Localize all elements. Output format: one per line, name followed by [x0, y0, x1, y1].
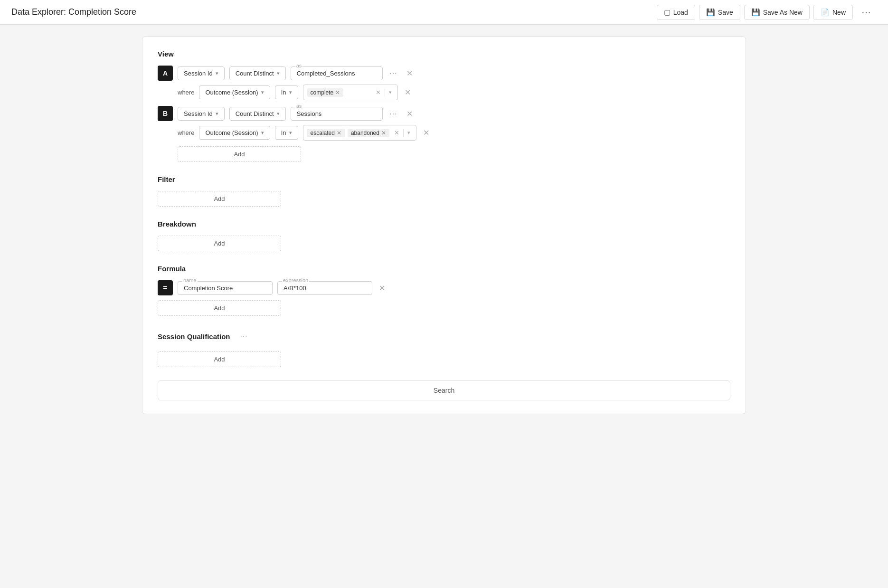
explorer-card: View A Session Id ▾ Count Distinct ▾ as [142, 36, 746, 414]
session-qual-header: Session Qualification ⋯ [158, 329, 730, 344]
load-label: Load [673, 9, 688, 16]
search-label: Search [434, 387, 454, 394]
metric-a-field-chevron: ▾ [216, 70, 218, 76]
metric-a-group: A Session Id ▾ Count Distinct ▾ as ⋯ ✕ [158, 66, 730, 100]
search-bar[interactable]: Search [158, 380, 730, 400]
metric-b-tag-escalated: escalated ✕ [307, 129, 345, 137]
formula-name-wrap: name [178, 281, 273, 295]
filter-section-label: Filter [158, 175, 730, 183]
new-button[interactable]: 📄 New [813, 5, 853, 20]
save-label: Save [718, 9, 733, 16]
metric-b-where-op-label: In [281, 129, 286, 136]
metric-b-agg-select[interactable]: Count Distinct ▾ [229, 107, 286, 121]
formula-section: Formula = name expression ✕ Add [158, 265, 730, 316]
formula-name-input[interactable] [178, 281, 273, 295]
metric-b-where-op-chevron: ▾ [289, 130, 292, 136]
metric-a-where-op-select[interactable]: In ▾ [275, 85, 298, 99]
metric-a-row: A Session Id ▾ Count Distinct ▾ as ⋯ ✕ [158, 66, 730, 81]
metric-b-where-op-select[interactable]: In ▾ [275, 126, 298, 140]
filter-section: Filter Add [158, 175, 730, 207]
metric-a-agg-label: Count Distinct [236, 70, 274, 77]
breakdown-add-button[interactable]: Add [158, 236, 281, 251]
save-as-new-icon: 💾 [751, 8, 760, 17]
breakdown-add-label: Add [214, 240, 225, 247]
formula-add-button[interactable]: Add [158, 300, 281, 316]
breakdown-section-label: Breakdown [158, 220, 730, 228]
metric-b-row: B Session Id ▾ Count Distinct ▾ as ⋯ ✕ [158, 106, 730, 121]
metric-b-tags-chevron[interactable]: ▾ [406, 128, 412, 138]
save-icon: 💾 [706, 8, 715, 17]
formula-add-label: Add [214, 304, 225, 312]
metric-a-where-field-chevron: ▾ [261, 89, 264, 95]
top-bar: Data Explorer: Completion Score ▢ Load 💾… [0, 0, 888, 25]
metric-b-tag-abandoned: abandoned ✕ [348, 129, 389, 137]
metric-a-where-field-select[interactable]: Outcome (Session) ▾ [199, 85, 270, 99]
view-section-label: View [158, 50, 730, 58]
metric-a-tag-complete: complete ✕ [307, 88, 344, 97]
metric-a-field-label: Session Id [184, 70, 213, 77]
metric-a-as-label: as [295, 63, 303, 68]
metric-a-where-field-label: Outcome (Session) [205, 89, 258, 96]
main-content: View A Session Id ▾ Count Distinct ▾ as [131, 25, 757, 426]
metric-b-tag-escalated-remove[interactable]: ✕ [337, 130, 341, 136]
formula-name-label: name [182, 277, 198, 283]
breakdown-section: Breakdown Add [158, 220, 730, 251]
formula-expr-label: expression [282, 277, 309, 283]
metric-b-as-label: as [295, 103, 303, 109]
metric-b-as-wrap: as [291, 107, 383, 121]
session-qual-add-button[interactable]: Add [158, 351, 281, 367]
save-button[interactable]: 💾 Save [699, 5, 740, 20]
new-icon: 📄 [821, 8, 830, 17]
metric-b-where-field-select[interactable]: Outcome (Session) ▾ [199, 126, 270, 140]
view-add-label: Add [234, 151, 245, 158]
metric-a-where-op-chevron: ▾ [289, 89, 292, 95]
metric-a-where-row: where Outcome (Session) ▾ In ▾ complete … [178, 85, 730, 100]
load-button[interactable]: ▢ Load [657, 5, 695, 20]
metric-a-more-button[interactable]: ⋯ [387, 67, 400, 80]
metric-a-as-input[interactable] [291, 66, 383, 80]
top-bar-actions: ▢ Load 💾 Save 💾 Save As New 📄 New ⋯ [657, 4, 877, 21]
session-qualification-section: Session Qualification ⋯ Add [158, 329, 730, 367]
metric-b-field-chevron: ▾ [216, 111, 218, 117]
save-as-new-label: Save As New [763, 9, 803, 16]
metric-b-tags-clear[interactable]: ✕ [392, 127, 401, 138]
metric-b-where-field-chevron: ▾ [261, 130, 264, 136]
metric-b-badge: B [158, 106, 173, 121]
save-as-new-button[interactable]: 💾 Save As New [744, 5, 810, 20]
view-section: View A Session Id ▾ Count Distinct ▾ as [158, 50, 730, 162]
metric-b-more-button[interactable]: ⋯ [387, 107, 400, 120]
view-add-button[interactable]: Add [178, 146, 301, 162]
metric-b-field-select[interactable]: Session Id ▾ [178, 107, 225, 121]
metric-a-badge: A [158, 66, 173, 81]
metric-b-where-field-label: Outcome (Session) [205, 129, 258, 136]
new-label: New [832, 9, 846, 16]
metric-b-agg-label: Count Distinct [236, 110, 274, 117]
session-qual-more-button[interactable]: ⋯ [235, 329, 253, 344]
metric-a-as-wrap: as [291, 66, 383, 80]
metric-b-where-close-button[interactable]: ✕ [421, 126, 431, 139]
metric-a-tag-complete-remove[interactable]: ✕ [335, 89, 340, 96]
more-options-button[interactable]: ⋯ [857, 4, 877, 21]
tag-divider-b [403, 129, 404, 137]
formula-row: = name expression ✕ [158, 280, 730, 295]
metric-b-group: B Session Id ▾ Count Distinct ▾ as ⋯ ✕ [158, 106, 730, 141]
metric-b-as-input[interactable] [291, 107, 383, 121]
metric-b-tag-abandoned-remove[interactable]: ✕ [381, 130, 386, 136]
metric-b-where-label: where [178, 129, 194, 136]
formula-section-label: Formula [158, 265, 730, 273]
metric-a-agg-select[interactable]: Count Distinct ▾ [229, 66, 286, 80]
metric-a-where-close-button[interactable]: ✕ [403, 86, 413, 99]
session-qual-add-label: Add [214, 356, 225, 363]
metric-a-tags-clear[interactable]: ✕ [374, 87, 383, 98]
metric-a-close-button[interactable]: ✕ [405, 67, 415, 80]
formula-close-button[interactable]: ✕ [377, 282, 387, 294]
metric-b-tags-input[interactable]: escalated ✕ abandoned ✕ ✕ ▾ [303, 125, 416, 141]
filter-add-button[interactable]: Add [158, 191, 281, 207]
metric-a-tags-input[interactable]: complete ✕ ✕ ▾ [303, 85, 398, 100]
formula-expr-input[interactable] [277, 281, 372, 295]
metric-a-tags-chevron[interactable]: ▾ [387, 87, 394, 97]
metric-a-field-select[interactable]: Session Id ▾ [178, 66, 225, 80]
tag-divider [385, 89, 385, 96]
metric-a-where-op-label: In [281, 89, 286, 96]
metric-b-close-button[interactable]: ✕ [405, 107, 415, 120]
